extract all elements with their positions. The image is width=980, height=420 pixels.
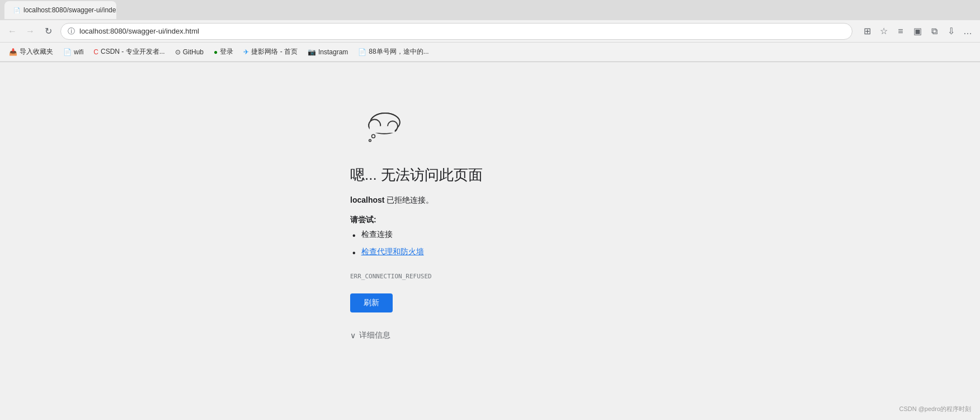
details-toggle[interactable]: ∨ 详细信息 (350, 330, 390, 340)
bookmarks-bar: 📥 导入收藏夹 📄 wifi C CSDN - 专业开发者... ⊙ GitHu… (0, 43, 980, 62)
svg-point-9 (369, 139, 371, 142)
wifi-favicon: 📄 (63, 48, 72, 56)
tab-bar: 📄 localhost:8080/swagger-ui/index.html (0, 0, 980, 20)
reload-button[interactable]: 刷新 (350, 293, 393, 312)
svg-rect-7 (370, 126, 395, 133)
bookmark-csdn[interactable]: C CSDN - 专业开发者... (89, 45, 169, 58)
toolbar: ← → ↻ ⓘ localhost:8080/swagger-ui/index.… (0, 20, 980, 43)
88-favicon: 📄 (358, 48, 366, 56)
bookmark-csdn-label: CSDN - 专业开发者... (101, 47, 165, 57)
bookmark-88[interactable]: 📄 88单号网，途中的... (354, 45, 433, 58)
menu-button[interactable]: … (960, 24, 976, 39)
address-bar[interactable]: ⓘ localhost:8080/swagger-ui/index.html (60, 23, 852, 40)
bookmark-login-label: 登录 (220, 47, 233, 57)
suggestions-list: 检查连接 检查代理和防火墙 (350, 230, 424, 264)
error-title: 嗯... 无法访问此页面 (350, 165, 483, 185)
error-host: localhost (350, 195, 384, 204)
bookmark-github-label: GitHub (183, 48, 204, 56)
tab-label: localhost:8080/swagger-ui/index.html (23, 6, 116, 14)
bookmark-instagram-label: Instagram (318, 48, 348, 56)
check-proxy-link[interactable]: 检查代理和防火墙 (361, 247, 424, 257)
active-tab[interactable]: 📄 localhost:8080/swagger-ui/index.html (4, 1, 116, 19)
suggestion-check-connection: 检查连接 (350, 230, 424, 242)
thought-bubble-icon (356, 107, 406, 146)
github-favicon: ⊙ (175, 48, 181, 56)
bookmark-login[interactable]: ● 登录 (209, 45, 238, 58)
instagram-favicon: 📷 (308, 48, 316, 56)
address-text: localhost:8080/swagger-ui/index.html (79, 27, 845, 35)
refresh-button[interactable]: ↻ (40, 24, 56, 39)
error-desc-suffix: 已拒绝连接。 (384, 195, 434, 204)
telegram-favicon: ✈ (243, 48, 249, 56)
bookmark-wifi-label: wifi (74, 48, 83, 56)
tab-favicon: 📄 (13, 6, 20, 14)
import-icon: 📥 (9, 48, 17, 56)
error-description: localhost 已拒绝连接。 (350, 194, 434, 206)
toolbar-right: ⊞ ☆ ≡ ▣ ⧉ ⇩ … (859, 24, 976, 39)
sidebar-button[interactable]: ▣ (910, 24, 925, 39)
forward-button[interactable]: → (22, 24, 38, 39)
back-button[interactable]: ← (4, 24, 20, 39)
csdn-favicon: C (93, 48, 98, 56)
favorites-button[interactable]: ☆ (876, 24, 892, 39)
bookmark-wifi[interactable]: 📄 wifi (59, 46, 88, 58)
collections-button[interactable]: ≡ (893, 24, 908, 39)
login-favicon: ● (214, 48, 218, 56)
details-label: 详细信息 (359, 330, 390, 340)
error-code: ERR_CONNECTION_REFUSED (350, 273, 432, 280)
suggestion-text-1: 检查连接 (361, 230, 393, 240)
error-container: 嗯... 无法访问此页面 localhost 已拒绝连接。 请尝试: 检查连接 … (350, 107, 630, 340)
error-icon-wrapper (356, 107, 406, 148)
bookmark-import-label: 导入收藏夹 (20, 47, 53, 57)
try-label: 请尝试: (350, 215, 376, 225)
extensions-button[interactable]: ⧉ (926, 24, 942, 39)
bookmark-telegram-label: 捷影网络 - 首页 (251, 47, 298, 57)
browser-chrome: 📄 localhost:8080/swagger-ui/index.html ←… (0, 0, 980, 62)
bookmark-88-label: 88单号网，途中的... (369, 47, 428, 57)
bookmark-github[interactable]: ⊙ GitHub (171, 46, 208, 58)
read-mode-button[interactable]: ⊞ (859, 24, 875, 39)
downloads-button[interactable]: ⇩ (943, 24, 959, 39)
svg-point-8 (372, 134, 375, 138)
bookmark-import[interactable]: 📥 导入收藏夹 (4, 45, 58, 58)
chevron-down-icon: ∨ (350, 331, 356, 340)
watermark: CSDN @pedro的程序时刻 (899, 405, 971, 413)
suggestion-check-proxy: 检查代理和防火墙 (350, 247, 424, 259)
lock-icon: ⓘ (68, 26, 75, 36)
error-page: 嗯... 无法访问此页面 localhost 已拒绝连接。 请尝试: 检查连接 … (0, 62, 980, 420)
bookmark-telegram[interactable]: ✈ 捷影网络 - 首页 (239, 45, 302, 58)
bookmark-instagram[interactable]: 📷 Instagram (303, 46, 352, 58)
